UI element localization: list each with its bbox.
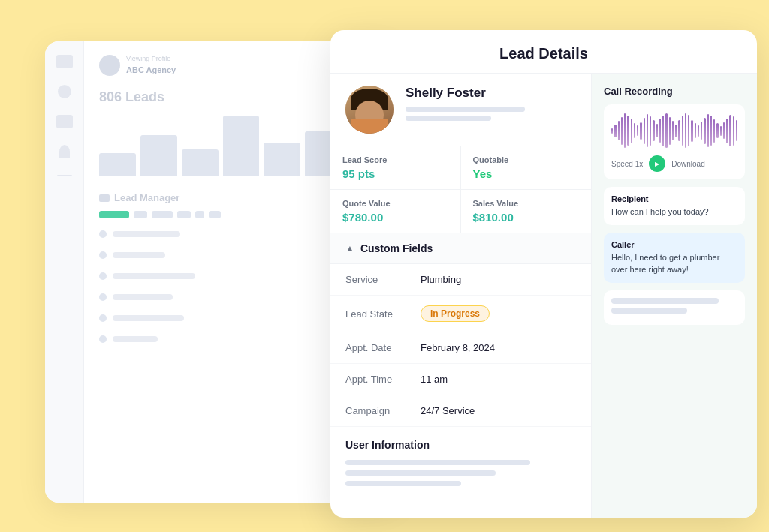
caller-label: Caller bbox=[611, 240, 737, 249]
wave-bar bbox=[729, 115, 731, 146]
audio-controls: Speed 1x ▶ Download bbox=[611, 155, 737, 172]
custom-fields-title: Custom Fields bbox=[360, 242, 433, 254]
recipient-label: Recipient bbox=[611, 194, 737, 203]
right-column: Call Recording Speed 1x ▶ Download Recip… bbox=[592, 74, 757, 518]
wave-bar bbox=[634, 123, 635, 138]
field-row-campaign: Campaign 24/7 Service bbox=[330, 395, 591, 427]
caller-bubble: Caller Hello, I need to get a plumber ov… bbox=[604, 233, 745, 283]
score-cell-quote-value: Quote Value $780.00 bbox=[330, 190, 461, 233]
lead-info-line2 bbox=[406, 116, 491, 121]
row-dot bbox=[99, 314, 107, 322]
wave-bar bbox=[672, 121, 674, 140]
field-label-service: Service bbox=[345, 274, 421, 285]
lead-name: Shelly Foster bbox=[406, 86, 576, 101]
wave-bar bbox=[695, 123, 696, 138]
call-recording-title: Call Recording bbox=[604, 86, 745, 97]
row-line bbox=[113, 273, 195, 279]
agency-name: ABC Agency bbox=[126, 65, 176, 74]
wave-bar bbox=[647, 114, 648, 147]
lead-details-card: Lead Details Shelly Foster bbox=[330, 30, 757, 518]
wave-bar bbox=[637, 125, 638, 136]
wave-bar bbox=[662, 116, 664, 146]
filter-item bbox=[177, 211, 191, 218]
wave-bar bbox=[624, 113, 626, 148]
wave-bar bbox=[644, 118, 645, 144]
wave-bar bbox=[631, 119, 632, 143]
lead-state-badge: In Progress bbox=[421, 305, 490, 322]
avatar-image bbox=[345, 86, 394, 134]
wave-bar bbox=[640, 122, 641, 140]
row-dot bbox=[99, 293, 107, 301]
field-label-lead-state: Lead State bbox=[345, 308, 421, 320]
sales-value: $810.00 bbox=[473, 211, 580, 224]
wave-bar bbox=[682, 116, 683, 146]
row-line bbox=[113, 315, 184, 321]
user-info-line3 bbox=[345, 481, 461, 486]
row-line bbox=[113, 252, 165, 258]
menu-icon bbox=[56, 55, 73, 68]
quotable-value: Yes bbox=[473, 167, 580, 180]
wave-bar bbox=[678, 120, 680, 141]
wave-bar bbox=[614, 125, 616, 137]
play-button[interactable]: ▶ bbox=[649, 155, 665, 172]
user-info-line1 bbox=[345, 460, 530, 465]
filter-dot bbox=[134, 211, 147, 218]
quote-value: $780.00 bbox=[342, 211, 448, 224]
nav-icon-3 bbox=[59, 145, 70, 158]
wave-bar bbox=[669, 117, 671, 145]
nav-icon-1 bbox=[58, 85, 71, 98]
recipient-bubble: Recipient How can I help you today? bbox=[604, 187, 745, 225]
wave-bar bbox=[653, 120, 654, 141]
chat-container: Recipient How can I help you today? Call… bbox=[604, 187, 745, 325]
field-label-appt-time: Appt. Time bbox=[345, 374, 421, 385]
nav-icon-2 bbox=[56, 115, 73, 128]
wave-bar bbox=[736, 120, 737, 141]
field-row-service: Service Plumbing bbox=[330, 264, 591, 296]
wave-bar bbox=[723, 122, 725, 139]
wave-bar bbox=[691, 120, 692, 142]
filter-active bbox=[99, 211, 129, 218]
wave-bar bbox=[656, 124, 658, 137]
wave-bar bbox=[710, 116, 712, 146]
wave-bar bbox=[665, 113, 667, 148]
wave-bar bbox=[618, 121, 620, 140]
wave-bar bbox=[627, 116, 629, 146]
quotable-label: Quotable bbox=[473, 155, 580, 164]
field-value-appt-date: February 8, 2024 bbox=[421, 342, 495, 353]
field-value-appt-time: 11 am bbox=[421, 374, 448, 385]
score-cell-lead-score: Lead Score 95 pts bbox=[330, 146, 461, 190]
row-dot bbox=[99, 230, 107, 238]
wave-bar bbox=[621, 117, 623, 145]
audio-waveform bbox=[611, 112, 737, 149]
toggle-icon[interactable]: ▲ bbox=[345, 243, 354, 254]
placeholder-line2 bbox=[611, 308, 687, 314]
lead-score-label: Lead Score bbox=[342, 155, 448, 164]
placeholder-line1 bbox=[611, 298, 719, 304]
chart-bar bbox=[140, 135, 177, 176]
wave-bar bbox=[713, 119, 715, 143]
lead-info-line1 bbox=[406, 107, 525, 112]
field-row-appt-time: Appt. Time 11 am bbox=[330, 364, 591, 395]
lead-name-block: Shelly Foster bbox=[406, 86, 576, 134]
custom-fields-header: ▲ Custom Fields bbox=[330, 233, 591, 264]
user-info-line2 bbox=[345, 470, 496, 476]
wave-bar bbox=[659, 119, 661, 143]
card-title: Lead Details bbox=[351, 45, 736, 62]
row-dot bbox=[99, 251, 107, 259]
sidebar bbox=[45, 41, 84, 503]
lead-avatar bbox=[345, 86, 394, 134]
user-info-title: User Information bbox=[345, 439, 576, 451]
waveform-container: Speed 1x ▶ Download bbox=[604, 104, 745, 179]
list-icon bbox=[99, 194, 110, 202]
filter-item bbox=[195, 211, 204, 218]
agency-avatar bbox=[99, 55, 120, 76]
wave-bar bbox=[698, 125, 699, 137]
download-button[interactable]: Download bbox=[671, 160, 704, 168]
field-row-lead-state: Lead State In Progress bbox=[330, 296, 591, 332]
row-line bbox=[113, 294, 173, 300]
quote-value-label: Quote Value bbox=[342, 199, 448, 208]
divider-icon bbox=[57, 175, 72, 176]
wave-bar bbox=[716, 123, 718, 138]
chart-bar bbox=[264, 143, 300, 176]
viewing-label: Viewing Profile bbox=[126, 55, 176, 62]
